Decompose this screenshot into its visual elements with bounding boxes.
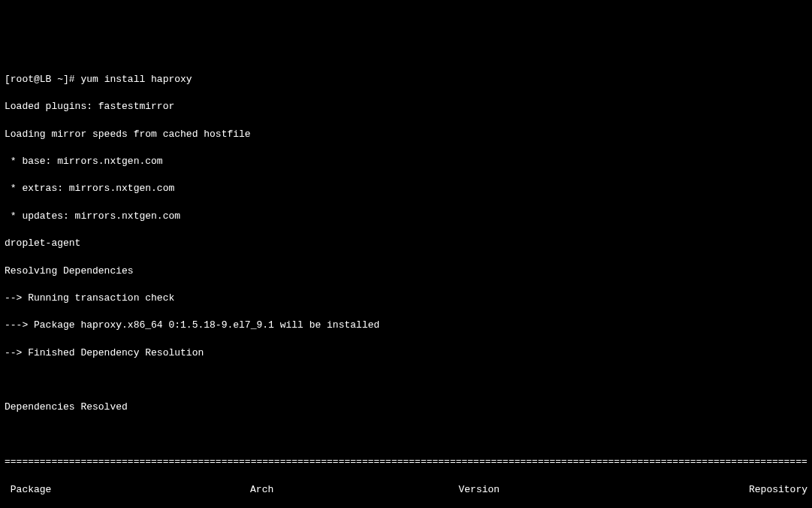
output-line: --> Finished Dependency Resolution	[5, 346, 807, 360]
output-line: Loading mirror speeds from cached hostfi…	[5, 128, 807, 141]
table-header: PackageArchVersionRepository	[5, 483, 807, 497]
command-line: [root@LB ~]# yum install haproxy	[5, 73, 807, 86]
output-line: ---> Package haproxy.x86_64 0:1.5.18-9.e…	[5, 319, 807, 332]
blank-line	[5, 428, 807, 442]
shell-prompt: [root@LB ~]#	[5, 74, 80, 85]
terminal-output[interactable]: [root@LB ~]# yum install haproxy Loaded …	[5, 59, 807, 508]
header-repo: Repository	[749, 483, 807, 497]
divider-line: ========================================…	[5, 455, 807, 469]
command-text: yum install haproxy	[80, 74, 192, 85]
header-package: Package	[5, 483, 250, 497]
output-line: Loaded plugins: fastestmirror	[5, 100, 807, 113]
output-line: --> Running transaction check	[5, 292, 807, 305]
output-line: Resolving Dependencies	[5, 265, 807, 278]
mirror-line: * base: mirrors.nxtgen.com	[5, 155, 807, 168]
header-arch: Arch	[250, 483, 458, 497]
header-version: Version	[459, 483, 749, 497]
mirror-line: * updates: mirrors.nxtgen.com	[5, 210, 807, 223]
blank-line	[5, 373, 807, 387]
mirror-line: * extras: mirrors.nxtgen.com	[5, 182, 807, 195]
output-line: droplet-agent	[5, 237, 807, 250]
output-line: Dependencies Resolved	[5, 401, 807, 414]
